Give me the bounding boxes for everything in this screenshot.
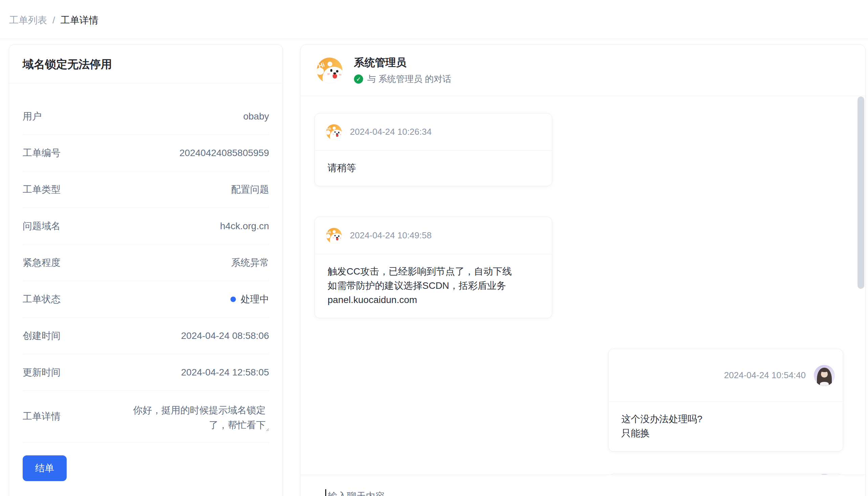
field-label: 工单状态 xyxy=(23,293,61,306)
message-header xyxy=(608,474,843,475)
message-card-admin: Hi 2024-04-24 10:26:34 请稍等 xyxy=(315,113,552,186)
user-avatar xyxy=(814,365,835,386)
message-timestamp: 2024-04-24 10:26:34 xyxy=(350,127,432,137)
ticket-title: 域名锁定无法停用 xyxy=(9,45,283,83)
field-row-ticket-number: 工单编号 20240424085805959 xyxy=(23,135,269,171)
verified-check-icon: ✓ xyxy=(354,75,363,83)
chat-input-placeholder: 输入聊天内容 xyxy=(328,490,385,496)
user-avatar xyxy=(814,474,835,475)
field-row-ticket-type: 工单类型 配置问题 xyxy=(23,171,269,208)
message-card-user-clipped xyxy=(608,474,843,475)
field-value: 2024-04-24 12:58:05 xyxy=(181,367,269,378)
message-header: Hi 2024-04-24 10:26:34 xyxy=(315,113,552,151)
message-line: 这个没办法处理吗? xyxy=(621,412,830,426)
field-value: h4ck.org.cn xyxy=(220,221,269,232)
field-label: 创建时间 xyxy=(23,329,61,342)
field-row-updated-at: 更新时间 2024-04-24 12:58:05 xyxy=(23,354,269,391)
chat-message-list: Hi 2024-04-24 10:26:34 请稍等 Hi 2024-04-24… xyxy=(301,96,865,475)
field-value: 2024-04-24 08:58:06 xyxy=(181,330,269,341)
message-card-user: 2024-04-24 10:54:40 这个没办法处理吗? 只能换 xyxy=(608,349,843,452)
field-row-created-at: 创建时间 2024-04-24 08:58:06 xyxy=(23,317,269,354)
field-row-detail: 工单详情 你好，挺用的时候提示域名锁定 了，帮忙看下 xyxy=(23,391,269,443)
field-value: 处理中 xyxy=(230,293,269,306)
chat-scrollbar-thumb[interactable] xyxy=(857,96,864,289)
field-label: 问题域名 xyxy=(23,220,61,233)
field-row-user: 用户 obaby xyxy=(23,98,269,135)
breadcrumb-separator: / xyxy=(52,15,55,26)
status-dot-icon xyxy=(230,297,236,302)
message-line: 只能换 xyxy=(621,426,830,440)
ticket-detail-panel: 域名锁定无法停用 用户 obaby 工单编号 20240424085805959… xyxy=(9,44,283,496)
chat-subtitle-text: 与 系统管理员 的对话 xyxy=(367,73,451,85)
field-value: obaby xyxy=(243,111,269,122)
field-value: 配置问题 xyxy=(231,183,269,196)
field-value: 系统异常 xyxy=(231,256,269,269)
message-header: 2024-04-24 10:54:40 xyxy=(608,349,843,402)
ticket-field-list: 用户 obaby 工单编号 20240424085805959 工单类型 配置问… xyxy=(9,83,283,443)
message-body: 请稍等 xyxy=(315,151,552,186)
message-line: panel.kuocaidun.com xyxy=(327,293,539,307)
breadcrumb-ticket-list-link[interactable]: 工单列表 xyxy=(9,14,47,27)
chat-admin-name: 系统管理员 xyxy=(354,56,451,70)
field-label: 紧急程度 xyxy=(23,256,61,269)
message-line: 请稍等 xyxy=(327,161,539,175)
field-label: 用户 xyxy=(23,110,42,123)
message-line: 触发CC攻击，已经影响到节点了，自动下线 xyxy=(327,264,539,279)
chat-input[interactable]: 输入聊天内容 xyxy=(301,475,865,496)
admin-mascot-avatar-icon: Hi xyxy=(326,228,342,244)
field-value: 20240424085805959 xyxy=(179,148,269,158)
admin-mascot-avatar-icon: Hi xyxy=(326,124,342,140)
close-ticket-button[interactable]: 结单 xyxy=(23,455,67,481)
message-timestamp: 2024-04-24 10:49:58 xyxy=(350,230,432,241)
message-body: 触发CC攻击，已经影响到节点了，自动下线 如需带防护的建议选择SCDN，括彩盾业… xyxy=(315,254,552,318)
breadcrumb: 工单列表 / 工单详情 xyxy=(0,0,868,39)
message-header: Hi 2024-04-24 10:49:58 xyxy=(315,217,552,254)
message-body: 这个没办法处理吗? 只能换 xyxy=(608,402,843,451)
message-timestamp: 2024-04-24 10:54:40 xyxy=(724,370,806,381)
field-row-status: 工单状态 处理中 xyxy=(23,281,269,317)
text-caret xyxy=(325,489,326,496)
chat-header: Hi 系统管理员 ✓ 与 系统管理员 的对话 xyxy=(301,45,865,96)
breadcrumb-current-page: 工单详情 xyxy=(61,14,98,27)
ticket-detail-textarea[interactable]: 你好，挺用的时候提示域名锁定 了，帮忙看下 xyxy=(111,402,269,431)
field-label: 更新时间 xyxy=(23,366,61,379)
field-row-urgency: 紧急程度 系统异常 xyxy=(23,245,269,281)
chat-panel: Hi 系统管理员 ✓ 与 系统管理员 的对话 Hi 2024-04-24 10:… xyxy=(300,44,866,496)
message-card-admin: Hi 2024-04-24 10:49:58 触发CC攻击，已经影响到节点了，自… xyxy=(315,217,552,318)
field-label: 工单编号 xyxy=(23,146,61,159)
chat-subtitle: ✓ 与 系统管理员 的对话 xyxy=(354,73,451,85)
status-text: 处理中 xyxy=(241,293,269,306)
field-row-domain: 问题域名 h4ck.org.cn xyxy=(23,208,269,245)
field-label: 工单类型 xyxy=(23,183,61,196)
message-line: 如需带防护的建议选择SCDN，括彩盾业务 xyxy=(327,279,539,293)
field-label: 工单详情 xyxy=(23,410,61,423)
admin-mascot-avatar-icon: Hi xyxy=(317,58,342,83)
